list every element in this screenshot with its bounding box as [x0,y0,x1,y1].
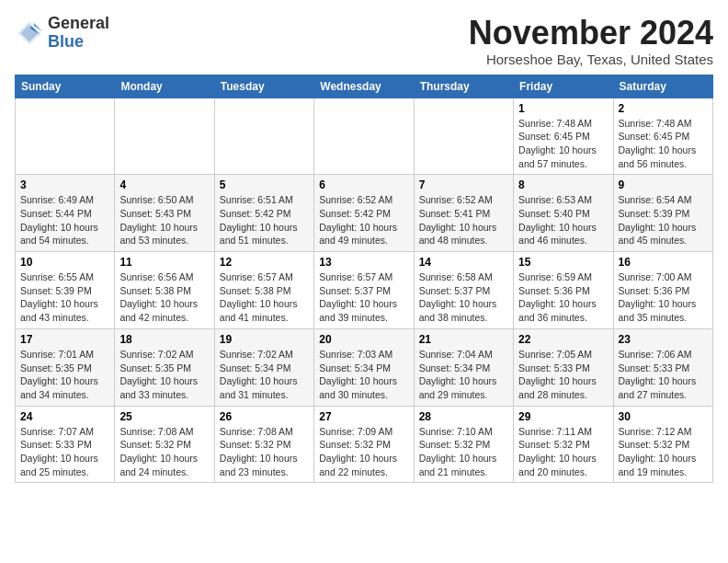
day-info: Sunrise: 7:03 AM Sunset: 5:34 PM Dayligh… [319,348,408,402]
day-number: 3 [20,178,109,191]
day-number: 21 [419,333,508,346]
calendar-cell: 15Sunrise: 6:59 AM Sunset: 5:36 PM Dayli… [514,252,613,329]
calendar-cell: 9Sunrise: 6:54 AM Sunset: 5:39 PM Daylig… [613,175,712,252]
day-info: Sunrise: 7:07 AM Sunset: 5:33 PM Dayligh… [20,425,109,479]
day-info: Sunrise: 7:06 AM Sunset: 5:33 PM Dayligh… [619,348,708,402]
day-info: Sunrise: 7:00 AM Sunset: 5:36 PM Dayligh… [619,270,708,325]
day-number: 15 [518,256,608,269]
calendar-body: 1Sunrise: 7:48 AM Sunset: 6:45 PM Daylig… [16,98,713,483]
day-info: Sunrise: 7:02 AM Sunset: 5:34 PM Dayligh… [220,348,309,402]
logo: General Blue [15,15,109,52]
calendar-cell: 30Sunrise: 7:12 AM Sunset: 5:32 PM Dayli… [613,406,712,483]
day-number: 1 [518,102,608,115]
calendar-header: SundayMondayTuesdayWednesdayThursdayFrid… [16,75,713,98]
day-number: 26 [220,410,309,423]
calendar-cell: 20Sunrise: 7:03 AM Sunset: 5:34 PM Dayli… [314,328,414,406]
day-number: 7 [419,178,508,191]
calendar-cell: 3Sunrise: 6:49 AM Sunset: 5:44 PM Daylig… [16,175,115,252]
day-number: 18 [119,333,209,346]
calendar-cell: 27Sunrise: 7:09 AM Sunset: 5:32 PM Dayli… [314,406,414,483]
day-number: 19 [220,333,309,346]
day-number: 25 [119,410,209,423]
day-number: 14 [419,256,508,269]
day-number: 10 [20,256,109,269]
day-info: Sunrise: 6:55 AM Sunset: 5:39 PM Dayligh… [20,270,109,325]
weekday-header-friday: Friday [514,75,613,98]
calendar-cell: 29Sunrise: 7:11 AM Sunset: 5:32 PM Dayli… [514,406,613,483]
calendar-cell: 18Sunrise: 7:02 AM Sunset: 5:35 PM Dayli… [115,328,214,406]
week-row-2: 3Sunrise: 6:49 AM Sunset: 5:44 PM Daylig… [16,175,713,252]
day-number: 16 [619,256,708,269]
week-row-4: 17Sunrise: 7:01 AM Sunset: 5:35 PM Dayli… [16,328,713,406]
day-info: Sunrise: 6:52 AM Sunset: 5:42 PM Dayligh… [319,193,408,247]
weekday-header-thursday: Thursday [414,75,513,98]
weekday-header-tuesday: Tuesday [214,75,313,98]
calendar-cell: 21Sunrise: 7:04 AM Sunset: 5:34 PM Dayli… [414,328,513,406]
calendar-cell [314,98,414,175]
week-row-3: 10Sunrise: 6:55 AM Sunset: 5:39 PM Dayli… [16,252,713,329]
day-info: Sunrise: 6:53 AM Sunset: 5:40 PM Dayligh… [518,193,608,247]
calendar-cell: 4Sunrise: 6:50 AM Sunset: 5:43 PM Daylig… [115,175,214,252]
day-info: Sunrise: 6:54 AM Sunset: 5:39 PM Dayligh… [619,193,708,247]
day-number: 28 [419,410,508,423]
day-number: 29 [518,410,608,423]
calendar-cell: 10Sunrise: 6:55 AM Sunset: 5:39 PM Dayli… [16,252,115,329]
calendar-cell: 7Sunrise: 6:52 AM Sunset: 5:41 PM Daylig… [414,175,513,252]
weekday-header-row: SundayMondayTuesdayWednesdayThursdayFrid… [16,75,713,98]
day-number: 23 [619,333,708,346]
weekday-header-monday: Monday [115,75,214,98]
calendar-cell: 19Sunrise: 7:02 AM Sunset: 5:34 PM Dayli… [214,328,313,406]
day-info: Sunrise: 7:08 AM Sunset: 5:32 PM Dayligh… [119,425,209,479]
day-info: Sunrise: 7:01 AM Sunset: 5:35 PM Dayligh… [20,348,109,402]
day-number: 27 [319,410,408,423]
week-row-5: 24Sunrise: 7:07 AM Sunset: 5:33 PM Dayli… [16,406,713,483]
day-number: 20 [319,333,408,346]
day-info: Sunrise: 7:09 AM Sunset: 5:32 PM Dayligh… [319,425,408,479]
calendar-cell: 13Sunrise: 6:57 AM Sunset: 5:37 PM Dayli… [314,252,414,329]
day-number: 17 [20,333,109,346]
day-info: Sunrise: 6:51 AM Sunset: 5:42 PM Dayligh… [220,193,309,247]
location: Horseshoe Bay, Texas, United States [469,52,713,67]
day-info: Sunrise: 6:57 AM Sunset: 5:37 PM Dayligh… [319,270,408,325]
day-number: 4 [119,178,209,191]
day-number: 24 [20,410,109,423]
calendar-cell: 2Sunrise: 7:48 AM Sunset: 6:45 PM Daylig… [613,98,712,175]
day-info: Sunrise: 7:04 AM Sunset: 5:34 PM Dayligh… [419,348,508,402]
title-block: November 2024 Horseshoe Bay, Texas, Unit… [469,15,713,67]
day-number: 5 [220,178,309,191]
day-info: Sunrise: 7:05 AM Sunset: 5:33 PM Dayligh… [518,348,608,402]
month-title: November 2024 [469,15,713,52]
day-info: Sunrise: 6:56 AM Sunset: 5:38 PM Dayligh… [119,270,209,325]
calendar-table: SundayMondayTuesdayWednesdayThursdayFrid… [15,75,713,484]
logo-icon [15,18,44,48]
calendar-cell [214,98,313,175]
day-number: 12 [220,256,309,269]
day-info: Sunrise: 7:10 AM Sunset: 5:32 PM Dayligh… [419,425,508,479]
calendar-cell [115,98,214,175]
day-number: 11 [119,256,209,269]
calendar-cell [414,98,513,175]
calendar-cell: 16Sunrise: 7:00 AM Sunset: 5:36 PM Dayli… [613,252,712,329]
day-info: Sunrise: 6:57 AM Sunset: 5:38 PM Dayligh… [220,270,309,325]
logo-text: General Blue [48,15,109,52]
calendar-cell: 5Sunrise: 6:51 AM Sunset: 5:42 PM Daylig… [214,175,313,252]
weekday-header-wednesday: Wednesday [314,75,414,98]
weekday-header-saturday: Saturday [613,75,712,98]
calendar-cell: 28Sunrise: 7:10 AM Sunset: 5:32 PM Dayli… [414,406,513,483]
calendar-cell: 11Sunrise: 6:56 AM Sunset: 5:38 PM Dayli… [115,252,214,329]
week-row-1: 1Sunrise: 7:48 AM Sunset: 6:45 PM Daylig… [16,98,713,175]
calendar-cell: 24Sunrise: 7:07 AM Sunset: 5:33 PM Dayli… [16,406,115,483]
day-number: 22 [518,333,608,346]
calendar-cell: 12Sunrise: 6:57 AM Sunset: 5:38 PM Dayli… [214,252,313,329]
calendar-cell: 26Sunrise: 7:08 AM Sunset: 5:32 PM Dayli… [214,406,313,483]
day-info: Sunrise: 7:12 AM Sunset: 5:32 PM Dayligh… [619,425,708,479]
page-header: General Blue November 2024 Horseshoe Bay… [15,15,713,67]
day-info: Sunrise: 6:52 AM Sunset: 5:41 PM Dayligh… [419,193,508,247]
calendar-cell: 8Sunrise: 6:53 AM Sunset: 5:40 PM Daylig… [514,175,613,252]
day-info: Sunrise: 6:59 AM Sunset: 5:36 PM Dayligh… [518,270,608,325]
day-number: 9 [619,178,708,191]
day-info: Sunrise: 6:50 AM Sunset: 5:43 PM Dayligh… [119,193,209,247]
day-info: Sunrise: 7:48 AM Sunset: 6:45 PM Dayligh… [518,117,608,171]
day-number: 2 [619,102,708,115]
day-info: Sunrise: 7:08 AM Sunset: 5:32 PM Dayligh… [220,425,309,479]
